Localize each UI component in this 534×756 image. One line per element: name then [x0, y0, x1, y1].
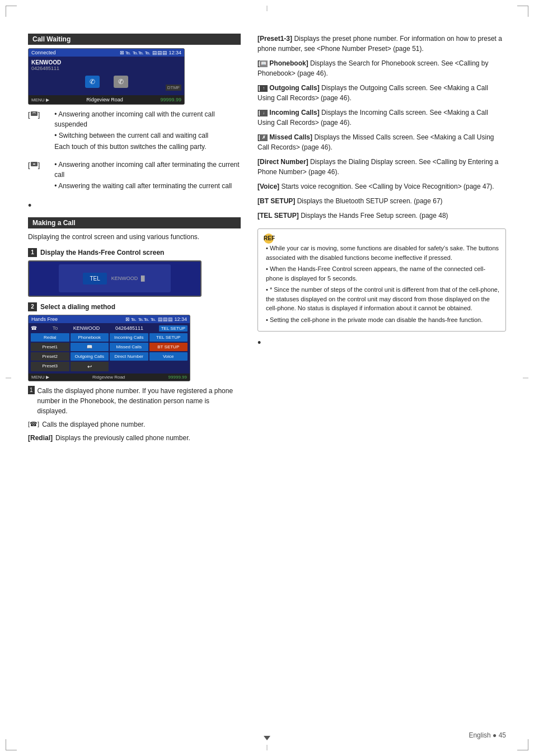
hf-btn-back: ↩ [71, 362, 109, 371]
hf-btn-preset1: Preset1 [31, 343, 69, 351]
hf-btn-bt-setup: BT SETUP [149, 343, 188, 351]
hf-nav-bar: MENU ▶ Ridgeview Road 99999.99 [29, 374, 190, 381]
notes-icon: REF [264, 234, 274, 244]
hf-btn-outgoing: Outgoing Calls [71, 352, 109, 361]
hf-menu: MENU ▶ [31, 375, 49, 380]
step2-number: 2 [28, 302, 37, 311]
hf-caller-row: ☎ To KENWOOD 0426485111 TEL SETUP [31, 325, 188, 332]
bullet1-sub1: Answering another incoming call with the… [54, 109, 241, 129]
item-bt-setup: [BT SETUP] Displays the Bluetooth SETUP … [257, 196, 506, 206]
tick-bottom [267, 745, 268, 750]
cw-dtmf-label: DTMF [166, 85, 181, 91]
item-voice: [Voice] Starts voice recognition. See <C… [257, 181, 506, 192]
item-tel-setup: [TEL SETUP] Displays the Hands Free Setu… [257, 211, 506, 221]
hf-phone-icon: ☎ [31, 325, 37, 331]
making-a-call-header: Making a Call [28, 217, 241, 228]
tel-setup-tag: [TEL SETUP] [257, 212, 299, 220]
hf-btn-direct: Direct Number [110, 352, 148, 361]
outgoing-tag: [↑ Outgoing Calls] [257, 84, 320, 92]
redial-tag: [Redial] [28, 433, 53, 443]
phone-icon-1: [] [28, 110, 40, 120]
note-item-4: Setting the cell-phone in the private mo… [264, 315, 500, 325]
bottom-arrow [264, 736, 270, 740]
svg-rect-0 [31, 111, 38, 116]
step2-text: Select a dialing method [40, 303, 115, 311]
hf-destination: Ridgeview Road [92, 375, 125, 380]
tel-setup-text: Displays the Hands Free Setup screen. (p… [301, 212, 448, 220]
tel-screen-label: KENWOOD ▐▌ [111, 276, 147, 281]
hf-btn-preset3: Preset3 [31, 362, 69, 371]
cw-menu: MENU ▶ [31, 97, 49, 102]
hf-body: ☎ To KENWOOD 0426485111 TEL SETUP Redial… [29, 323, 190, 374]
corner-mark-tr [517, 6, 528, 17]
direct-number-tag: [Direct Number] [257, 158, 308, 166]
bt-setup-text: Displays the Bluetooth SETUP screen. (pa… [297, 197, 443, 205]
cw-call-buttons: ✆ ✆ [31, 76, 181, 88]
note-item-1: While your car is moving, some functions… [264, 244, 500, 262]
corner-mark-tl [6, 6, 17, 17]
hf-btn-tel-setup: TEL SETUP [149, 333, 188, 342]
page-footer: English ● 45 [469, 731, 506, 739]
note2-text: Calls the displayed phone number. [42, 419, 145, 430]
section-bullet: • [28, 200, 241, 212]
note-phone-icon: [☎] [28, 419, 39, 429]
hf-btn-phonebook: Phonebook [71, 333, 109, 342]
cw-caller-number: 0426485111 [31, 66, 181, 71]
call-waiting-bullet2: [] Answering another incoming call after… [28, 160, 241, 192]
incoming-icon: ↓ [260, 110, 268, 116]
hands-free-screen: Hands Free ⊠ ℡ ℡℡ ℡ ▤▤▤ 12:34 ☎ To KENWO… [28, 315, 190, 381]
step2-notes: 1 Calls the displayed phone number. If y… [28, 386, 241, 443]
cw-connected: Connected [31, 50, 56, 55]
cw-end-icon: ✆ [114, 76, 128, 88]
tel-button: TEL [83, 273, 106, 284]
item-phonebook: [📖 Phonebook] Displays the Search for Ph… [257, 58, 506, 78]
bullet2-main: [] Answering another incoming call after… [28, 160, 241, 192]
left-column: Call Waiting Connected ⊠ ℡ ℡℡ ℡ ▤▤▤ 12:3… [28, 34, 241, 443]
hf-btn-preset2: Preset2 [31, 352, 69, 361]
note-redial: [Redial] Displays the previously called … [28, 433, 241, 443]
step2-label: 2 Select a dialing method [28, 302, 115, 311]
missed-tag: [✗ Missed Calls] [257, 133, 312, 141]
missed-icon: ✗ [260, 134, 268, 141]
preset-text: Displays the preset phone number. For in… [257, 35, 502, 53]
item-missed: [✗ Missed Calls] Displays the Missed Cal… [257, 132, 506, 152]
note-item-2: When the Hands-Free Control screen appea… [264, 264, 500, 283]
outgoing-icon: ↑ [260, 85, 268, 92]
cw-destination: Ridgeview Road [86, 97, 123, 102]
cw-status-bar: Connected ⊠ ℡ ℡℡ ℡ ▤▤▤ 12:34 [29, 49, 184, 57]
voice-text: Starts voice recognition. See <Calling b… [281, 183, 494, 190]
bullet1-sub2: Switching between the current call and w… [54, 130, 241, 141]
item-outgoing: [↑ Outgoing Calls] Displays the Outgoing… [257, 83, 506, 103]
cw-body: KENWOOD 0426485111 ✆ ✆ DTMF [29, 57, 184, 95]
bt-setup-tag: [BT SETUP] [257, 197, 295, 205]
bullet1-text: Answering another incoming call with the… [43, 109, 241, 152]
hf-to-label: To [53, 325, 58, 331]
phonebook-tag: [📖 Phonebook] [257, 59, 308, 67]
tick-right [523, 378, 528, 379]
preset-tag: [Preset1-3] [257, 35, 292, 43]
cw-caller-name: KENWOOD [31, 59, 181, 66]
tick-left [6, 378, 11, 379]
hf-btn-phonebook2: 📖 [71, 343, 109, 351]
tel-button-screen: TEL KENWOOD ▐▌ [28, 260, 202, 297]
cw-distance: 99999.99 [160, 97, 181, 102]
notes-box: REF While your car is moving, some funct… [257, 228, 506, 332]
page-container: Call Waiting Connected ⊠ ℡ ℡℡ ℡ ▤▤▤ 12:3… [0, 0, 534, 756]
step1-text: Display the Hands-Free Control screen [40, 249, 164, 256]
note1-text: Calls the displayed phone number. If you… [38, 386, 241, 416]
redial-text: Displays the previously called phone num… [55, 433, 190, 443]
bullet2-sub1: Answering another incoming call after te… [54, 160, 241, 180]
hf-btn-missed: Missed Calls [110, 343, 148, 351]
note-num1-badge: 1 [28, 386, 35, 394]
bullet1-sub3: Each touch of this button switches the c… [54, 142, 241, 152]
item-incoming: [↓ Incoming Calls] Displays the Incoming… [257, 108, 506, 128]
cw-nav-bar: MENU ▶ Ridgeview Road 99999.99 [29, 95, 184, 104]
cw-answer-icon: ✆ [85, 76, 100, 88]
right-side-bullet: • [257, 337, 506, 349]
hf-status-icons: ⊠ ℡ ℡℡ ℡ ▤▤▤ 12:34 [125, 316, 187, 322]
right-col-body: [Preset1-3] Displays the preset phone nu… [252, 34, 506, 349]
hf-btn-redial: Redial [31, 333, 69, 342]
bullet1-main: [] Answering another incoming call with … [28, 109, 241, 152]
hf-btn-incoming: Incoming Calls [110, 333, 148, 342]
item-preset1-3: [Preset1-3] Displays the preset phone nu… [257, 34, 506, 54]
